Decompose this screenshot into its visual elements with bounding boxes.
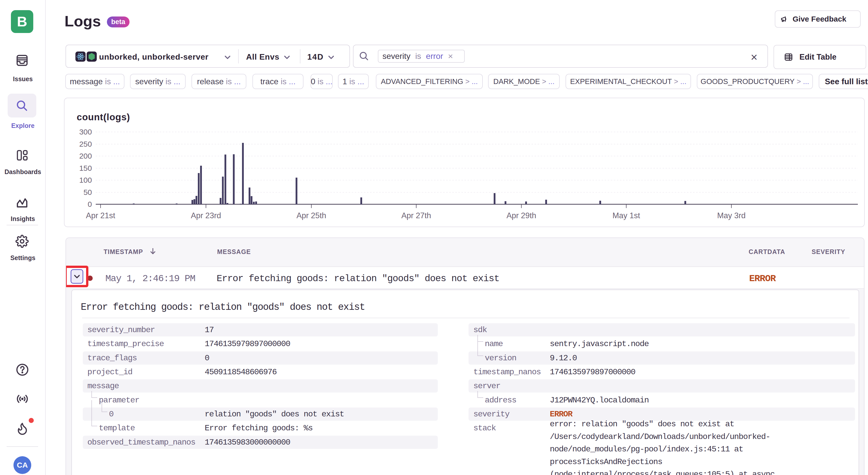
svg-text:300: 300 — [79, 128, 92, 136]
svg-text:200: 200 — [79, 152, 92, 160]
svg-text:Apr 25th: Apr 25th — [297, 211, 326, 220]
svg-text:Apr 29th: Apr 29th — [506, 211, 536, 220]
svg-text:100: 100 — [79, 176, 92, 184]
svg-text:May 1st: May 1st — [613, 211, 640, 220]
svg-text:May 3rd: May 3rd — [717, 211, 746, 220]
svg-text:0: 0 — [88, 200, 92, 208]
svg-text:Apr 23rd: Apr 23rd — [191, 211, 221, 220]
svg-text:150: 150 — [79, 164, 92, 172]
svg-text:Apr 27th: Apr 27th — [401, 211, 431, 220]
svg-text:Apr 21st: Apr 21st — [86, 211, 115, 220]
svg-text:250: 250 — [79, 140, 92, 148]
svg-text:50: 50 — [84, 188, 92, 196]
